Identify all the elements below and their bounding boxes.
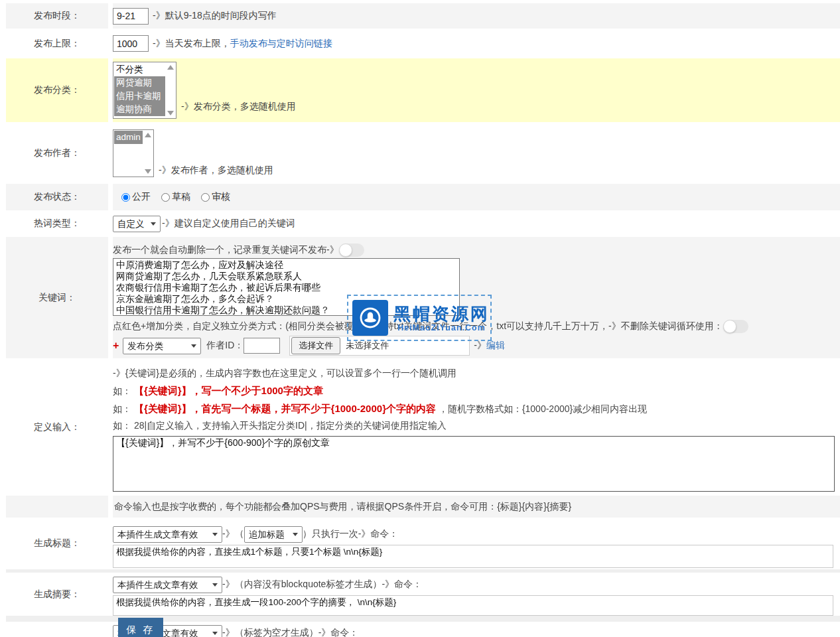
category-option[interactable]: 信用卡逾期 — [114, 90, 165, 103]
status-radio-public[interactable]: 公开 — [121, 191, 151, 203]
command-note: 命令输入也是按字收费的，每个功能都会叠加QPS与费用，请根据QPS条件开启，命令… — [113, 501, 571, 513]
save-button[interactable]: 保 存 — [118, 618, 163, 637]
gen-title-append-select-wrap: 追加标题 — [244, 526, 303, 543]
gen-abstract-mode-select-wrap: 本插件生成文章有效 — [113, 577, 222, 593]
row-gen-abstract: 生成摘要： 本插件生成文章有效 -》（内容没有blockquote标签才生成）-… — [6, 573, 840, 616]
define-line1: -》{关键词}是必须的，生成内容字数也在这里定义，可以设置多个一行一个随机调用 — [113, 368, 840, 379]
keywords-textarea[interactable]: 中原消费逾期了怎么办，应对及解决途径 网商贷逾期了怎么办，几天会联系紧急联系人 … — [113, 258, 460, 316]
scroll-up-icon[interactable] — [145, 133, 151, 137]
publish-category-label: 发布分类： — [6, 58, 108, 122]
scroll-down-icon[interactable] — [145, 169, 151, 174]
row-hotword-type: 热词类型： 自定义 -》建议自定义使用自己的关键词 — [6, 210, 840, 237]
publish-limit-input[interactable] — [113, 35, 149, 52]
hotword-type-desc: -》建议自定义使用自己的关键词 — [162, 218, 295, 230]
define-line2: 如： 【{关键词}】，写一个不少于1000字的文章 — [113, 385, 840, 397]
category-option[interactable]: 不分类 — [114, 63, 165, 76]
row-gen-title: 生成标题： 本插件生成文章有效 -》（ 追加标题 ）只执行一次-》命令： 根据我… — [6, 518, 840, 569]
publish-time-label: 发布时段： — [6, 3, 108, 29]
kw-category-select-wrap: 发布分类 — [123, 338, 201, 354]
define-line2-red: 【{关键词}】，写一个不少于1000字的文章 — [134, 385, 323, 396]
plugin-settings-page: 发布时段： -》默认9-18点的时间段内写作 发布上限： -》当天发布上限， 手… — [0, 0, 840, 637]
author-option[interactable]: admin — [114, 131, 143, 144]
row-publish-author: 发布作者： admin -》发布作者，多选随机使用 — [6, 122, 840, 184]
row-command-note: 命令输入也是按字收费的，每个功能都会叠加QPS与费用，请根据QPS条件开启，命令… — [6, 496, 840, 518]
gen-title-command-textarea[interactable]: 根据我提供给你的内容，直接生成1个标题，只要1个标题 \n\n{标题} — [113, 545, 833, 568]
publish-category-desc: -》发布分类，多选随机使用 — [181, 101, 296, 113]
publish-time-input[interactable] — [113, 8, 149, 25]
author-id-label: 作者ID： — [206, 340, 244, 352]
row-publish-category: 发布分类： 不分类 网贷逾期 信用卡逾期 逾期协商 -》发布分类，多选随机使用 — [6, 58, 840, 122]
keywords-loop-note: -》不删除关键词循环使用： — [608, 320, 723, 332]
row-publish-time: 发布时段： -》默认9-18点的时间段内写作 — [6, 3, 840, 29]
gen-title-append-select[interactable]: 追加标题 — [244, 526, 303, 543]
radio-input-public[interactable] — [121, 193, 130, 202]
keyword-loop-toggle[interactable] — [723, 320, 748, 333]
auto-delete-note: 发布一个就会自动删除一个，记录重复关键词不发布-》 — [113, 244, 339, 256]
define-line4: 如： 28|自定义输入，支持输入开头指定分类ID|，指定分类的关键词使用指定输入 — [113, 420, 840, 431]
status-radio-draft[interactable]: 草稿 — [161, 191, 190, 203]
define-input-textarea[interactable]: 【{关键词}】，并写不少于{600-900}个字的原创文章 — [113, 436, 835, 492]
author-id-input[interactable] — [244, 338, 280, 354]
category-option[interactable]: 网贷逾期 — [114, 76, 165, 90]
category-option[interactable]: 逾期协商 — [114, 103, 165, 116]
row-publish-status: 发布状态： 公开 草稿 审核 — [6, 184, 840, 210]
choose-file-button[interactable]: 选择文件 — [291, 337, 340, 354]
author-listbox[interactable]: admin — [113, 129, 154, 177]
manual-publish-link[interactable]: 手动发布与定时访问链接 — [230, 38, 332, 50]
gen-title-mode-select[interactable]: 本插件生成文章有效 — [113, 526, 222, 543]
auto-delete-toggle[interactable] — [339, 244, 364, 257]
gen-title-mid: -》（ — [222, 528, 244, 540]
gen-tags-rest: -》（标签为空才生成）-》命令： — [222, 627, 358, 637]
gen-title-label: 生成标题： — [6, 518, 108, 569]
status-radio-review[interactable]: 审核 — [201, 191, 230, 203]
define-input-label: 定义输入： — [6, 358, 108, 496]
keywords-label: 关键词： — [6, 237, 108, 358]
edit-arrow: -》 — [474, 340, 486, 352]
listbox-scrollbar[interactable] — [143, 130, 153, 177]
file-none-text: 未选择文件 — [346, 340, 389, 352]
define-line3-rest: ，随机字数格式如：{1000-2000}减少相同内容出现 — [439, 403, 647, 414]
gen-title-mode-select-wrap: 本插件生成文章有效 — [113, 526, 222, 543]
file-upload-box: 选择文件 未选择文件 — [289, 336, 470, 356]
publish-status-label: 发布状态： — [6, 184, 108, 210]
gen-title-rest: ）只执行一次-》命令： — [303, 528, 399, 540]
hotword-type-label: 热词类型： — [6, 210, 108, 237]
scroll-up-icon[interactable] — [167, 65, 174, 70]
gen-abstract-mode-select[interactable]: 本插件生成文章有效 — [113, 577, 222, 593]
define-line3: 如： 【{关键词}】，首先写一个标题，并写不少于{1000-2000}个字的内容… — [113, 403, 840, 415]
publish-author-desc: -》发布作者，多选随机使用 — [159, 165, 273, 177]
define-line3-red: 【{关键词}】，首先写一个标题，并写不少于{1000-2000}个字的内容 — [134, 403, 436, 414]
radio-input-review[interactable] — [201, 193, 210, 202]
gen-abstract-label: 生成摘要： — [6, 573, 108, 616]
category-listbox[interactable]: 不分类 网贷逾期 信用卡逾期 逾期协商 — [113, 62, 176, 119]
gen-abstract-command-textarea[interactable]: 根据我提供给你的内容，直接生成一段100-200个字的摘要， \n\n{标题} — [113, 595, 833, 616]
scroll-down-icon[interactable] — [167, 111, 174, 115]
hotword-type-select[interactable]: 自定义 — [113, 216, 161, 232]
listbox-scrollbar[interactable] — [165, 62, 176, 118]
row-publish-limit: 发布上限： -》当天发布上限， 手动发布与定时访问链接 — [6, 29, 840, 58]
row-keywords: 关键词： 黑帽资源网 HeiMaoZiYuan.Com 发布一个就会自动删除一个… — [6, 237, 840, 358]
row-define-input: 定义输入： -》{关键词}是必须的，生成内容字数也在这里定义，可以设置多个一行一… — [6, 358, 840, 496]
kw-category-select[interactable]: 发布分类 — [123, 338, 201, 354]
add-category-icon[interactable]: + — [113, 340, 119, 352]
edit-link[interactable]: 编辑 — [486, 340, 505, 352]
publish-limit-desc: -》当天发布上限， — [153, 38, 230, 50]
gen-abstract-rest: -》（内容没有blockquote标签才生成）-》命令： — [222, 579, 422, 591]
keywords-note: 点红色+增加分类，自定义独立分类方式：(相同分类会被覆盖)，支持txt关键词文件… — [113, 320, 608, 332]
hotword-type-select-wrap: 自定义 — [113, 216, 161, 232]
radio-input-draft[interactable] — [161, 193, 170, 202]
publish-limit-label: 发布上限： — [6, 29, 108, 58]
publish-author-label: 发布作者： — [6, 122, 108, 184]
publish-time-desc: -》默认9-18点的时间段内写作 — [153, 10, 277, 22]
